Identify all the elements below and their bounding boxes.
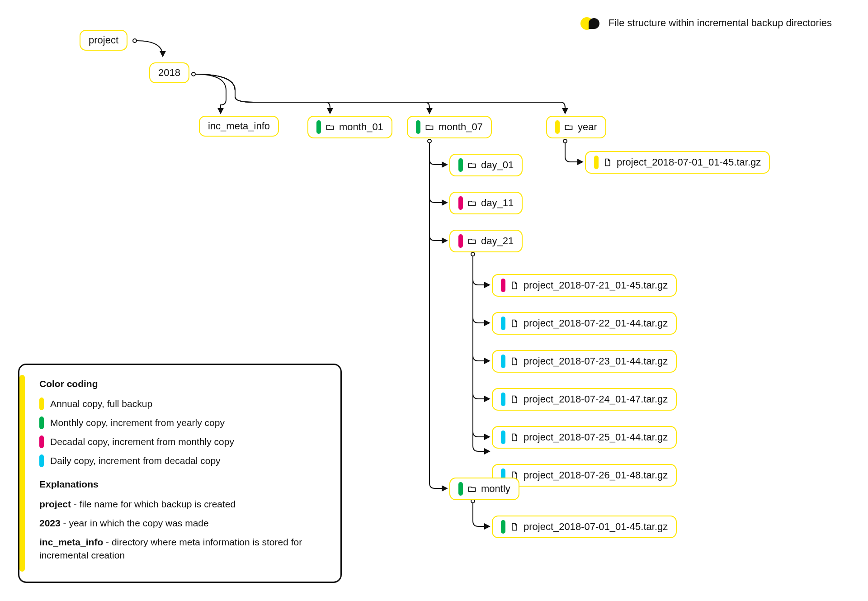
node-day-01: day_01 [449, 154, 523, 176]
legend-color-heading: Color coding [39, 379, 325, 389]
tag-pink [39, 435, 44, 448]
node-inc-meta: inc_meta_info [199, 116, 279, 137]
node-file: project_2018-07-26_01-48.tar.gz [492, 464, 677, 487]
legend-item: Monthly copy, increment from yearly copy [39, 416, 325, 429]
label: project_2018-07-01_01-45.tar.gz [524, 521, 668, 533]
label: project_2018-07-26_01-48.tar.gz [524, 469, 668, 481]
legend-expl: project - file name for which backup is … [39, 498, 325, 511]
file-icon [510, 357, 519, 366]
folder-icon [564, 123, 573, 132]
folder-icon [467, 484, 476, 493]
legend-box: Color coding Annual copy, full backup Mo… [18, 364, 342, 583]
conn-dot [427, 139, 432, 143]
tag-cyan [501, 393, 505, 406]
legend-expl-heading: Explanations [39, 479, 325, 490]
label: project_2018-07-01_01-45.tar.gz [617, 156, 761, 168]
node-year: 2018 [149, 62, 189, 83]
node-file: project_2018-07-23_01-44.tar.gz [492, 350, 677, 373]
tag-cyan [501, 355, 505, 368]
legend-expl: 2023 - year in which the copy was made [39, 517, 325, 530]
tag-cyan [501, 317, 505, 330]
node-day-21: day_21 [449, 230, 523, 252]
folder-icon [467, 199, 476, 208]
conn-dot [191, 72, 196, 76]
tag-pink [501, 279, 505, 292]
file-icon [510, 433, 519, 442]
header-text: File structure within incremental backup… [609, 17, 832, 29]
tag-cyan [39, 454, 44, 467]
tag-pink [458, 196, 463, 210]
conn-dot [471, 252, 475, 256]
tag-green [39, 416, 44, 429]
legend-expl: inc_meta_info - directory where meta inf… [39, 536, 325, 562]
label: montly [481, 483, 510, 495]
label: month_01 [339, 121, 383, 133]
folder-icon [467, 161, 476, 170]
label: day_01 [481, 159, 514, 171]
logo-icon [580, 16, 600, 30]
legend-text: Annual copy, full backup [50, 398, 152, 409]
tag-pink [458, 234, 463, 248]
tag-green [501, 520, 505, 534]
label: year [578, 121, 597, 133]
label: project_2018-07-25_01-44.tar.gz [524, 431, 668, 443]
folder-icon [425, 123, 434, 132]
conn-dot [563, 139, 567, 143]
tag-cyan [501, 431, 505, 444]
legend-item: Daily copy, increment from decadal copy [39, 454, 325, 467]
tag-green [416, 120, 420, 134]
tag-yellow [555, 120, 560, 134]
tag-green [458, 158, 463, 172]
node-file: project_2018-07-21_01-45.tar.gz [492, 274, 677, 297]
node-project: project [80, 30, 127, 51]
label: month_07 [439, 121, 483, 133]
node-file: project_2018-07-22_01-44.tar.gz [492, 312, 677, 335]
file-icon [510, 395, 519, 404]
folder-icon [326, 123, 335, 132]
node-file: project_2018-07-24_01-47.tar.gz [492, 388, 677, 411]
label: project [89, 34, 118, 46]
legend-text: Monthly copy, increment from yearly copy [50, 417, 225, 428]
file-icon [603, 158, 612, 167]
legend-text: Daily copy, increment from decadal copy [50, 455, 221, 466]
legend-item: Annual copy, full backup [39, 398, 325, 410]
node-year-file: project_2018-07-01_01-45.tar.gz [585, 151, 770, 174]
file-icon [510, 522, 519, 531]
folder-icon [467, 237, 476, 246]
file-icon [510, 281, 519, 290]
node-month-01: month_01 [307, 116, 392, 138]
label: 2018 [158, 67, 180, 79]
label: project_2018-07-23_01-44.tar.gz [524, 355, 668, 367]
tag-green [458, 482, 463, 496]
node-file: project_2018-07-25_01-44.tar.gz [492, 426, 677, 449]
conn-dot [132, 38, 137, 43]
file-icon [510, 319, 519, 328]
node-year-dir: year [546, 116, 606, 138]
legend-item: Decadal copy, increment from monthly cop… [39, 435, 325, 448]
legend-text: Decadal copy, increment from monthly cop… [50, 436, 234, 447]
page-title: File structure within incremental backup… [580, 16, 832, 30]
tag-yellow [39, 398, 44, 410]
label: inc_meta_info [208, 120, 270, 132]
label: day_11 [481, 197, 514, 209]
node-month-07: month_07 [407, 116, 492, 138]
label: project_2018-07-22_01-44.tar.gz [524, 317, 668, 329]
label: project_2018-07-24_01-47.tar.gz [524, 393, 668, 405]
tag-yellow [594, 156, 599, 169]
node-monthly-file: project_2018-07-01_01-45.tar.gz [492, 516, 677, 538]
legend-strip [19, 375, 25, 572]
tag-green [316, 120, 321, 134]
label: project_2018-07-21_01-45.tar.gz [524, 279, 668, 291]
node-monthly: montly [449, 478, 519, 500]
label: day_21 [481, 235, 514, 247]
node-day-11: day_11 [449, 192, 523, 214]
